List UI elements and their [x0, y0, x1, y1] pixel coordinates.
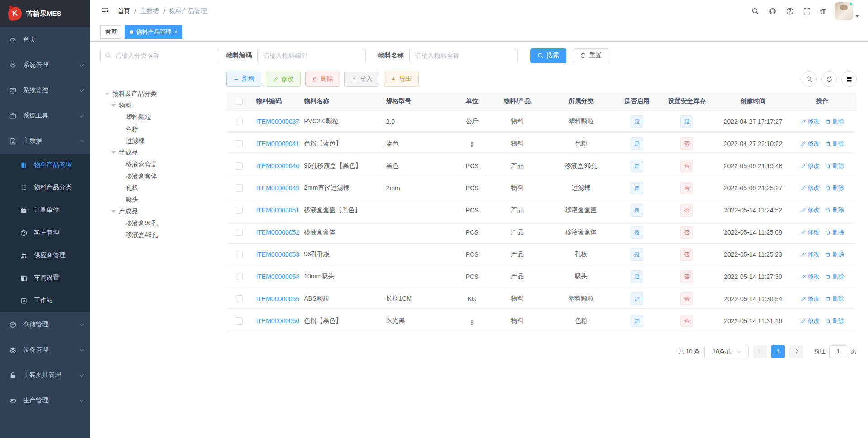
avatar[interactable]: [835, 2, 853, 20]
user-menu[interactable]: [835, 2, 859, 20]
row-edit-link[interactable]: 修改: [801, 206, 819, 214]
export-button[interactable]: 导出: [384, 72, 419, 87]
cell-code[interactable]: ITEM00000049: [251, 177, 299, 199]
row-edit-link[interactable]: 修改: [801, 162, 819, 170]
tree-node-leaf[interactable]: 移液盒盒体: [100, 170, 218, 182]
sidebar-fold-icon[interactable]: [100, 7, 109, 16]
row-edit-link[interactable]: 修改: [801, 295, 819, 303]
sidebar-item-workstation[interactable]: 工作站: [0, 289, 90, 312]
material-code-input[interactable]: [257, 48, 366, 63]
tree-node-group[interactable]: 产成品: [100, 206, 218, 217]
tree-node-leaf[interactable]: 移液盒盒盖: [100, 159, 218, 170]
sidebar-item-workshop-settings[interactable]: 车间设置: [0, 267, 90, 289]
table-row[interactable]: ITEM00000056 色粉【黑色】 珠光黑 g 物料 色粉 是 否 2022…: [226, 310, 857, 332]
row-checkbox[interactable]: [236, 207, 243, 214]
search-icon[interactable]: [751, 7, 760, 15]
tree-node-leaf[interactable]: 吸头: [100, 194, 218, 206]
row-checkbox[interactable]: [236, 184, 243, 192]
row-edit-link[interactable]: 修改: [801, 228, 819, 236]
column-settings-button[interactable]: [841, 71, 857, 87]
prev-page-button[interactable]: [753, 345, 767, 358]
fullscreen-icon[interactable]: [803, 7, 811, 15]
breadcrumb-level2[interactable]: 主数据: [140, 7, 159, 15]
cell-code[interactable]: ITEM00000055: [251, 287, 299, 310]
sidebar-item-material-product-mgmt[interactable]: 物料产品管理: [0, 154, 90, 176]
sidebar-item-system-tools[interactable]: 系统工具: [0, 103, 90, 128]
next-page-button[interactable]: [789, 345, 803, 358]
sidebar-item-material-product-category[interactable]: 物料产品分类: [0, 176, 90, 199]
row-checkbox[interactable]: [236, 162, 243, 170]
row-delete-link[interactable]: 删除: [826, 250, 844, 259]
row-edit-link[interactable]: 修改: [801, 140, 819, 148]
row-checkbox[interactable]: [236, 229, 243, 236]
row-delete-link[interactable]: 删除: [826, 162, 844, 170]
search-button[interactable]: 搜索: [530, 48, 566, 63]
tab-material-product-mgmt[interactable]: 物料产品管理 ×: [125, 25, 182, 39]
close-icon[interactable]: ×: [174, 29, 177, 35]
row-checkbox[interactable]: [236, 118, 243, 125]
tree-caret-icon[interactable]: [111, 210, 116, 213]
material-name-input[interactable]: [409, 48, 518, 63]
row-edit-link[interactable]: 修改: [801, 317, 819, 325]
sidebar-item-equipment-mgmt[interactable]: 设备管理: [0, 337, 90, 363]
sidebar-item-fixture-mgmt[interactable]: 工装夹具管理: [0, 363, 90, 388]
row-edit-link[interactable]: 修改: [801, 273, 819, 281]
row-delete-link[interactable]: 删除: [826, 273, 844, 281]
sidebar-item-warehouse-mgmt[interactable]: 仓储管理: [0, 312, 90, 337]
row-delete-link[interactable]: 删除: [826, 206, 844, 214]
tree-node-leaf[interactable]: 塑料颗粒: [100, 112, 218, 123]
sidebar-item-system-monitor[interactable]: 系统监控: [0, 78, 90, 103]
row-edit-link[interactable]: 修改: [801, 118, 819, 126]
sidebar-item-supplier-mgmt[interactable]: 供应商管理: [0, 244, 90, 267]
edit-button[interactable]: 修改: [266, 72, 301, 87]
row-edit-link[interactable]: 修改: [801, 250, 819, 259]
add-button[interactable]: 新增: [226, 72, 261, 87]
tree-caret-icon[interactable]: [111, 104, 116, 107]
row-checkbox[interactable]: [236, 317, 243, 325]
sidebar-item-home[interactable]: 首页: [0, 27, 90, 52]
row-edit-link[interactable]: 修改: [801, 184, 819, 192]
cell-code[interactable]: ITEM00000056: [251, 310, 299, 332]
page-size-select[interactable]: 10条/页: [704, 345, 749, 358]
tree-node-root[interactable]: 物料及产品分类: [100, 88, 218, 100]
sidebar-item-customer-mgmt[interactable]: 客户管理: [0, 221, 90, 244]
tree-node-leaf[interactable]: 色粉: [100, 123, 218, 135]
tree-node-leaf[interactable]: 过滤棉: [100, 135, 218, 147]
tree-node-group[interactable]: 半成品: [100, 147, 218, 159]
row-checkbox[interactable]: [236, 273, 243, 280]
sidebar-item-master-data[interactable]: 主数据: [0, 128, 90, 154]
row-delete-link[interactable]: 删除: [826, 118, 844, 126]
toggle-search-button[interactable]: [802, 71, 817, 87]
table-row[interactable]: ITEM00000049 2mm直径过滤棉 2mm PCS 物料 过滤棉 是 否…: [226, 177, 857, 199]
help-icon[interactable]: [786, 7, 794, 15]
goto-page-input[interactable]: [829, 345, 847, 358]
tree-node-leaf[interactable]: 孔板: [100, 182, 218, 194]
row-delete-link[interactable]: 删除: [826, 228, 844, 236]
font-size-icon[interactable]: tT: [820, 8, 826, 15]
breadcrumb-home[interactable]: 首页: [118, 7, 130, 15]
select-all-checkbox[interactable]: [236, 98, 243, 105]
table-row[interactable]: ITEM00000054 10mm吸头 PCS 产品 吸头 是 否 2022-0…: [226, 265, 857, 287]
table-row[interactable]: ITEM00000052 移液盒盒体 PCS 产品 移液盒盒体 是 否 2022…: [226, 221, 857, 243]
tab-home[interactable]: 首页: [100, 25, 122, 39]
delete-button[interactable]: 删除: [305, 72, 340, 87]
category-search-input[interactable]: [100, 48, 218, 63]
table-row[interactable]: ITEM00000037 PVC2.0颗粒 2.0 公斤 物料 塑料颗粒 是 是…: [226, 110, 857, 132]
cell-code[interactable]: ITEM00000052: [251, 221, 299, 243]
row-delete-link[interactable]: 删除: [826, 184, 844, 192]
cell-code[interactable]: ITEM00000041: [251, 132, 299, 155]
row-delete-link[interactable]: 删除: [826, 140, 844, 148]
row-delete-link[interactable]: 删除: [826, 317, 844, 325]
cell-code[interactable]: ITEM00000046: [251, 155, 299, 177]
current-page[interactable]: 1: [771, 345, 785, 358]
github-icon[interactable]: [769, 7, 777, 15]
cell-code[interactable]: ITEM00000051: [251, 199, 299, 221]
table-row[interactable]: ITEM00000041 色粉【蓝色】 蓝色 g 物料 色粉 是 否 2022-…: [226, 132, 857, 155]
row-delete-link[interactable]: 删除: [826, 295, 844, 303]
tree-caret-icon[interactable]: [111, 151, 116, 154]
tree-node-group[interactable]: 物料: [100, 100, 218, 112]
refresh-table-button[interactable]: [821, 71, 837, 87]
cell-code[interactable]: ITEM00000053: [251, 243, 299, 265]
cell-code[interactable]: ITEM00000054: [251, 265, 299, 287]
tree-node-leaf[interactable]: 移液盒96孔: [100, 217, 218, 229]
